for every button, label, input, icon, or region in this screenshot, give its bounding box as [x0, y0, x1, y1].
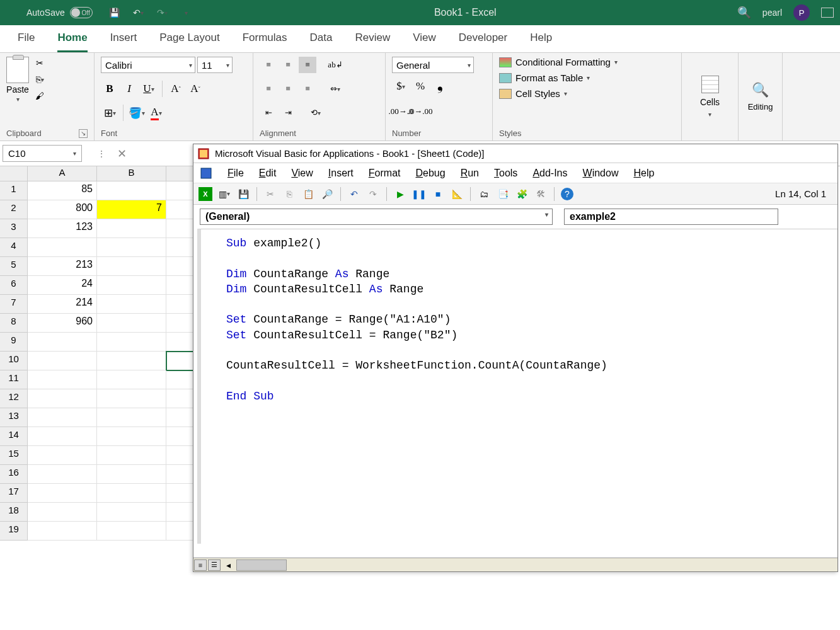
autosave-toggle[interactable]: Off [70, 7, 93, 18]
avatar[interactable]: P [793, 4, 810, 21]
row-header-2[interactable]: 2 [0, 200, 28, 219]
increase-font-button[interactable]: Aˆ [167, 81, 185, 97]
borders-button[interactable]: ⊞▾ [101, 105, 118, 121]
row-header-7[interactable]: 7 [0, 295, 28, 314]
cell-B9[interactable] [97, 333, 166, 352]
select-all-corner[interactable] [0, 166, 28, 181]
align-middle-button[interactable]: ≡ [279, 57, 297, 73]
scroll-left-icon[interactable]: ◂ [221, 558, 235, 572]
save-icon[interactable]: 💾 [236, 187, 250, 201]
cell-A5[interactable]: 213 [28, 257, 97, 276]
vba-menu-file[interactable]: File [227, 168, 244, 178]
cell-A2[interactable]: 800 [28, 200, 97, 219]
decrease-indent-button[interactable]: ⇤ [260, 105, 277, 121]
decrease-decimal-button[interactable]: .0→.00 [411, 103, 429, 120]
undo-icon[interactable]: ↶▾ [132, 6, 146, 20]
merge-button[interactable]: ⇔▾ [326, 81, 344, 97]
find-icon[interactable]: 🔎 [320, 187, 334, 201]
increase-indent-button[interactable]: ⇥ [279, 105, 297, 121]
row-header-13[interactable]: 13 [0, 408, 28, 427]
cell-A19[interactable] [28, 522, 97, 541]
vba-code-pane[interactable]: Sub example2() Dim CountaRange As Range … [197, 229, 837, 544]
cell-B19[interactable] [97, 522, 166, 541]
cell-B7[interactable] [97, 295, 166, 314]
row-header-5[interactable]: 5 [0, 257, 28, 276]
row-header-1[interactable]: 1 [0, 181, 28, 200]
cell-B2[interactable]: 7 [97, 200, 166, 219]
cell-B18[interactable] [97, 503, 166, 522]
increase-decimal-button[interactable]: .00→.0 [392, 103, 410, 120]
row-header-8[interactable]: 8 [0, 314, 28, 333]
vba-procedure-dropdown[interactable]: example2 [564, 209, 778, 225]
save-icon[interactable]: 💾 [108, 6, 122, 20]
font-size-select[interactable]: 11▾ [197, 57, 233, 73]
name-box[interactable]: C10▾ [3, 145, 82, 162]
cell-A13[interactable] [28, 408, 97, 427]
number-format-select[interactable]: General▾ [392, 57, 474, 73]
tab-help[interactable]: Help [530, 32, 552, 52]
format-as-table-button[interactable]: Format as Table▾ [499, 72, 590, 83]
horizontal-scrollbar[interactable] [236, 559, 287, 571]
undo-icon[interactable]: ↶ [347, 187, 361, 201]
cell-B12[interactable] [97, 389, 166, 408]
orientation-button[interactable]: ⟲▾ [307, 105, 325, 121]
vba-menu-run[interactable]: Run [461, 168, 479, 178]
row-header-11[interactable]: 11 [0, 370, 28, 389]
insert-module-icon[interactable]: ▥▾ [217, 187, 231, 201]
row-header-15[interactable]: 15 [0, 446, 28, 465]
vba-menu-help[interactable]: Help [633, 168, 654, 178]
row-header-19[interactable]: 19 [0, 522, 28, 541]
cell-B3[interactable] [97, 219, 166, 238]
tab-developer[interactable]: Developer [459, 32, 508, 52]
break-icon[interactable]: ❚❚ [412, 187, 426, 201]
italic-button[interactable]: I [120, 81, 138, 97]
find-icon[interactable]: 🔍 [752, 82, 769, 98]
cell-B11[interactable] [97, 370, 166, 389]
fill-color-button[interactable]: 🪣▾ [128, 105, 146, 121]
help-icon[interactable]: ? [561, 188, 573, 200]
cell-B1[interactable] [97, 181, 166, 200]
cell-A7[interactable]: 214 [28, 295, 97, 314]
paste-icon[interactable]: 📋 [301, 187, 315, 201]
tab-file[interactable]: File [18, 32, 35, 52]
cell-menu-icon[interactable]: ⋮ [97, 149, 106, 159]
row-header-14[interactable]: 14 [0, 427, 28, 446]
decrease-font-button[interactable]: Aˇ [187, 81, 204, 97]
cell-B17[interactable] [97, 484, 166, 503]
align-center-button[interactable]: ≡ [279, 81, 297, 97]
procedure-view-icon[interactable]: ≡ [194, 559, 207, 571]
underline-button[interactable]: U▾ [140, 81, 158, 97]
cell-B8[interactable] [97, 314, 166, 333]
cell-B5[interactable] [97, 257, 166, 276]
cell-A16[interactable] [28, 465, 97, 484]
ribbon-display-icon[interactable] [821, 8, 834, 18]
row-header-17[interactable]: 17 [0, 484, 28, 503]
bold-button[interactable]: B [101, 81, 118, 97]
row-header-18[interactable]: 18 [0, 503, 28, 522]
cell-A17[interactable] [28, 484, 97, 503]
toolbox-icon[interactable]: 🛠 [534, 187, 548, 201]
cell-B16[interactable] [97, 465, 166, 484]
copy-icon[interactable]: ⎘ [282, 187, 296, 201]
vba-menu-debug[interactable]: Debug [416, 168, 446, 178]
cancel-icon[interactable]: ✕ [117, 147, 127, 161]
tab-home[interactable]: Home [57, 32, 87, 52]
row-header-12[interactable]: 12 [0, 389, 28, 408]
search-icon[interactable]: 🔍 [737, 6, 751, 20]
align-left-button[interactable]: ≡ [260, 81, 277, 97]
project-explorer-icon[interactable]: 🗂 [477, 187, 491, 201]
cell-A15[interactable] [28, 446, 97, 465]
cell-A4[interactable] [28, 238, 97, 257]
row-header-9[interactable]: 9 [0, 333, 28, 352]
font-color-button[interactable]: A▾ [147, 105, 165, 121]
cut-icon[interactable]: ✂ [263, 187, 277, 201]
cell-A8[interactable]: 960 [28, 314, 97, 333]
cell-A10[interactable] [28, 352, 97, 370]
copy-icon[interactable]: ⎘▾ [33, 73, 47, 86]
tab-page-layout[interactable]: Page Layout [159, 32, 219, 52]
cell-styles-button[interactable]: Cell Styles▾ [499, 88, 567, 99]
cell-A1[interactable]: 85 [28, 181, 97, 200]
conditional-formatting-button[interactable]: Conditional Formatting▾ [499, 57, 618, 67]
vba-object-dropdown[interactable]: (General)▾ [200, 209, 553, 225]
cell-A11[interactable] [28, 370, 97, 389]
